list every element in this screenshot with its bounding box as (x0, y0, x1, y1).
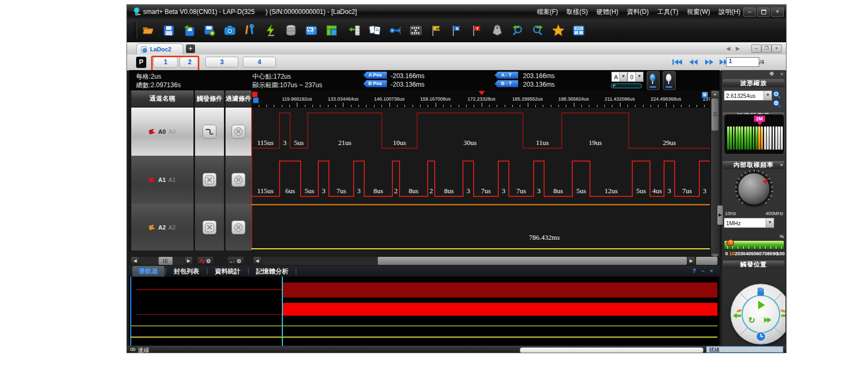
vertical-scrollbar[interactable]: ▲ ▼ (710, 90, 720, 261)
save-settings-icon[interactable] (201, 22, 217, 39)
menu-item-4[interactable]: 工具(T) (654, 6, 682, 18)
page-p-button[interactable]: P (136, 57, 146, 68)
b-t-badge[interactable]: B - T (495, 80, 518, 87)
tab-ladoc2[interactable]: LaDoc2 (136, 43, 183, 55)
page-button-3[interactable]: 3 (205, 57, 238, 67)
navigator-view[interactable] (129, 277, 720, 346)
save-file-icon[interactable] (161, 22, 176, 39)
name-scroll-left-icon[interactable]: ◀ (131, 257, 139, 265)
menu-item-1[interactable]: 取樣(S) (563, 6, 592, 18)
window-layout-icon[interactable] (324, 22, 339, 39)
scroll-up-icon[interactable]: ▲ (712, 91, 719, 97)
tab-scroll-left-icon[interactable]: ◀ (724, 45, 732, 52)
navigator-cursor[interactable] (282, 277, 283, 346)
timer-button[interactable] (754, 330, 767, 343)
dock-close-button[interactable]: × (780, 71, 783, 77)
page-button-1[interactable]: 1 (153, 57, 178, 68)
vscroll-thumb[interactable] (712, 98, 719, 131)
page-next-button[interactable] (702, 58, 716, 67)
name-scroll-track[interactable] (139, 257, 184, 265)
waveform-plot-a1[interactable]: 115us6us5us37us38us28us28us37us37us38us5… (251, 156, 710, 204)
filter-condition-button-a2[interactable] (231, 220, 245, 234)
fast-forward-button[interactable] (762, 316, 774, 324)
bottom-tab-2[interactable]: 資料統計 (208, 266, 247, 277)
doc-restore-button[interactable]: ❐ (761, 44, 772, 53)
sample-rate-select[interactable]: 1MHz▼ (724, 218, 774, 228)
column-header-0[interactable]: 通道名稱 (131, 90, 194, 107)
flag-b-icon[interactable]: B (448, 22, 464, 39)
play-button[interactable] (756, 300, 767, 310)
a-pos-badge[interactable]: A Pos (363, 72, 387, 79)
filter-condition-button-a1[interactable] (231, 173, 245, 187)
chevrons-icon[interactable]: » (780, 161, 782, 169)
menu-item-2[interactable]: 硬體(H) (593, 6, 622, 18)
bus-connect-icon[interactable] (387, 22, 403, 39)
trigger-condition-button-a0[interactable] (203, 125, 216, 139)
sample-rate-knob[interactable] (734, 169, 774, 209)
panel-minimize-button[interactable]: − (701, 268, 705, 274)
jump-next-button[interactable] (779, 308, 785, 321)
video-playback-icon[interactable] (408, 22, 423, 39)
pulse-mark-view-button[interactable] (228, 257, 244, 265)
waveform-plot-a2[interactable]: 786.432ms (251, 204, 710, 250)
search-prev-icon[interactable] (510, 22, 525, 39)
waveform-plot-a0[interactable]: 115us35us21us10us30us11us19us29us (251, 108, 710, 156)
bottom-tab-3[interactable]: 記憶體分析 (250, 266, 295, 277)
settings-tools-icon[interactable] (242, 22, 258, 39)
goto-a-cursor-button[interactable] (647, 71, 660, 90)
tab-scroll-right-icon[interactable]: ▶ (734, 45, 742, 52)
wave-scroll-track[interactable] (261, 257, 687, 265)
trigger-marker-icon[interactable] (478, 91, 485, 95)
export-data-icon[interactable] (347, 22, 362, 39)
a-t-badge[interactable]: A - T (495, 72, 518, 79)
b-bookmark-icon[interactable]: B (702, 92, 708, 98)
zoom-in-icon[interactable] (773, 90, 781, 98)
panel-close-button[interactable]: × (710, 268, 713, 274)
menu-item-3[interactable]: 資料(D) (623, 6, 653, 18)
save-restore-icon[interactable] (181, 22, 197, 39)
trigger-position-slider[interactable] (724, 240, 784, 250)
favorites-icon[interactable] (550, 22, 566, 39)
search-next-icon[interactable] (530, 22, 545, 39)
filter-condition-button-a0[interactable] (231, 125, 245, 139)
doc-minimize-button[interactable]: – (751, 44, 761, 53)
page-button-4[interactable]: 4 (243, 57, 276, 67)
channel-name-cell-a0[interactable]: A0A0 (131, 108, 193, 156)
hand-pan-button[interactable] (754, 286, 767, 297)
trigger-mark-view-button[interactable] (197, 257, 213, 265)
trigger-condition-button-a1[interactable] (203, 173, 216, 187)
jump-prev-button[interactable] (731, 308, 743, 321)
index-select[interactable]: 0▼ (627, 72, 643, 82)
bottom-tab-1[interactable]: 封包列表 (167, 266, 206, 277)
label-tag-icon[interactable] (489, 22, 505, 39)
menu-item-6[interactable]: 說明(H) (715, 6, 744, 18)
cursor-flag-t-icon[interactable] (252, 92, 258, 97)
zoom-scale-select[interactable]: 2.613254us▼ (724, 90, 772, 101)
wave-scroll-left-icon[interactable]: ◀ (253, 257, 261, 265)
acquire-power-icon[interactable] (263, 22, 278, 39)
close-button[interactable]: × (771, 7, 784, 17)
time-ruler[interactable]: 119.968192us133.034464us146.100736us159.… (251, 90, 710, 108)
flag-t-icon[interactable]: T (469, 22, 484, 39)
panel-help-button[interactable]: ? (692, 268, 696, 274)
compare-files-icon[interactable] (367, 22, 383, 39)
column-header-2[interactable]: 過濾條件 (226, 90, 252, 107)
screenshot-icon[interactable] (222, 22, 237, 39)
instrument-panel-icon[interactable] (303, 22, 319, 39)
repeat-button[interactable]: ↻ (747, 315, 757, 325)
channel-name-cell-a2[interactable]: A2A2 (131, 204, 193, 251)
name-scroll-right-icon[interactable]: ▶ (185, 257, 192, 265)
b-pos-badge[interactable]: B Pos (363, 80, 387, 87)
panel-collapse-arrow[interactable]: ▶ (717, 205, 723, 225)
doc-close-button[interactable]: × (772, 44, 782, 53)
channel-name-cell-a1[interactable]: A1A1 (131, 156, 193, 204)
page-prev-button[interactable] (686, 58, 700, 67)
bottom-tab-0[interactable]: 導航器 (132, 266, 164, 277)
pin-icon[interactable] (769, 71, 775, 77)
restore-button[interactable] (757, 7, 770, 17)
flag-a-icon[interactable]: A (428, 22, 444, 39)
memory-device-icon[interactable] (283, 22, 298, 39)
channel-select[interactable]: A▼ (611, 72, 627, 82)
page-first-button[interactable] (670, 58, 684, 67)
wave-scroll-right-icon[interactable]: ▶ (687, 257, 695, 265)
